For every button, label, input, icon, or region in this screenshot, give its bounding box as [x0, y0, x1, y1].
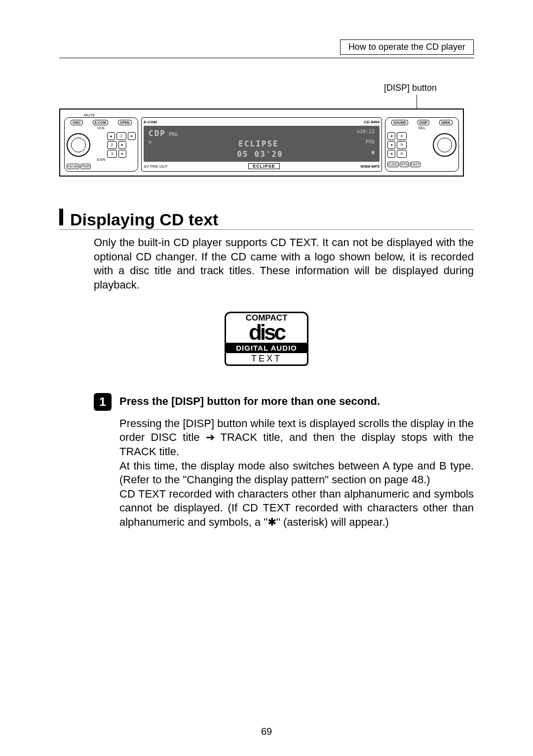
esn-label: ESN [67, 158, 136, 162]
step-title: Press the [DISP] button for more than on… [119, 393, 380, 411]
disp-button: DISP [418, 120, 429, 125]
lcd-screen: CDP PRG ⊙10:23 ⊙ ECLIPSE POS 05 03'20 ▦ [144, 126, 380, 162]
preset-1: 1 [116, 132, 126, 140]
callout-leader-line [417, 95, 417, 108]
preset-5: 5 [397, 141, 407, 149]
lcd-time: 03'20 [255, 149, 283, 159]
knob [67, 133, 90, 157]
preset-4: 4 [397, 132, 407, 140]
play-icon: ▸ [118, 150, 126, 158]
mute-label: MUTE [84, 113, 459, 117]
step-number: 1 [94, 393, 112, 411]
sel-knob [433, 133, 457, 157]
page-number: 69 [0, 726, 533, 737]
play-icon: ▸ [118, 141, 126, 149]
prev-icon: ◂ [387, 132, 395, 140]
manual-page: How to operate the CD player [DISP] butt… [0, 0, 533, 756]
vol-label: VOL [67, 126, 136, 130]
wma-label: WMA·MP3 [360, 164, 380, 169]
lcd-prg: PRG [169, 132, 178, 137]
open-button: OPEN [118, 120, 132, 125]
section-body: Only the built-in CD player supports CD … [59, 236, 474, 292]
sound-button: SOUND [391, 120, 408, 125]
preset-2: 2 [107, 141, 117, 149]
rtn-button: RTN [400, 162, 409, 167]
lcd-title: ECLIPSE [238, 139, 278, 148]
prev-icon: ◂ [387, 141, 395, 149]
eclipse-badge: ECLIPSE [248, 163, 280, 169]
disp-button-callout: [DISP] button [384, 83, 437, 93]
preset-3: 3 [107, 150, 117, 158]
breadcrumb: How to operate the CD player [340, 39, 474, 55]
cd-logo-disc: disc [226, 323, 307, 342]
device-diagram: MUTE DISC E-COM OPEN VOL ▴1▸ 2▸ 3▸ ES [59, 108, 464, 177]
callout-row: [DISP] button [59, 83, 474, 103]
cd-logo-digital: DIGITAL AUDIO [225, 343, 308, 353]
model-label: CD 8454 [364, 120, 380, 124]
accent-bar [59, 209, 63, 225]
section-heading-row: Displaying CD text [59, 209, 474, 230]
sel-label: SEL [387, 126, 457, 130]
seek-button: SEEK [439, 120, 453, 125]
prev-icon: ◂ [387, 150, 395, 158]
fm-am-button: FM AM [67, 164, 79, 169]
preset-sym: ▴ [107, 132, 115, 140]
cd-logo-text: TEXT [225, 353, 308, 366]
step-body: Pressing the [DISP] button while text is… [59, 417, 474, 530]
fast-button: FAST [410, 162, 421, 167]
right-controls: SOUND DISP SEEK SEL ◂4 ◂5 ◂6 FUNC RTN [385, 117, 459, 172]
preset-6: 6 [397, 150, 407, 158]
lcd-track: 05 [237, 149, 248, 159]
disc-button: DISC [71, 120, 83, 125]
ecom-button: E-COM [93, 120, 108, 125]
step-header: 1 Press the [DISP] button for more than … [59, 393, 474, 411]
func-button: FUNC [387, 162, 399, 167]
lcd-clock: ⊙10:23 [357, 129, 375, 138]
section-title: Displaying CD text [70, 210, 218, 229]
sv-label: SV PRE-OUT [144, 164, 168, 169]
brand-label: E-COM [144, 120, 157, 124]
pwr-button: PWR [80, 164, 90, 169]
lcd-mode: CDP [149, 129, 166, 138]
center-display: E-COM CD 8454 CDP PRG ⊙10:23 ⊙ ECLIPSE P… [141, 117, 382, 172]
play-icon: ▸ [128, 132, 136, 140]
lcd-pos: POS [366, 139, 375, 148]
header: How to operate the CD player [59, 39, 474, 58]
cd-text-logo: COMPACT disc DIGITAL AUDIO TEXT [225, 312, 308, 365]
left-controls: DISC E-COM OPEN VOL ▴1▸ 2▸ 3▸ ESN FM AM [64, 117, 138, 172]
